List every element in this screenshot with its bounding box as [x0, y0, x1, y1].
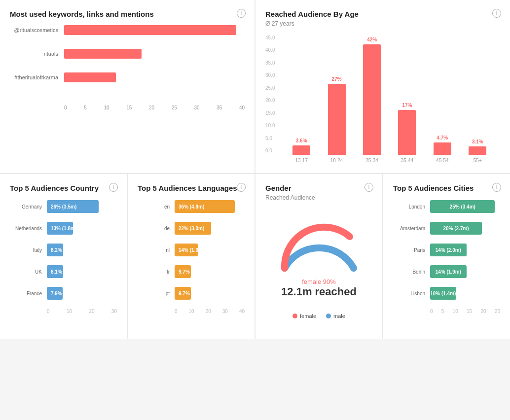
- gender-title: Gender: [265, 184, 372, 192]
- keyword-bar-wrap: [64, 25, 245, 35]
- x-axis-label: 20: [480, 309, 486, 314]
- country-bar: 13% (1.8m): [47, 222, 73, 235]
- language-bar: 22% (3.0m): [175, 222, 211, 235]
- x-axis-label: 5: [84, 105, 87, 110]
- country-panel: Top 5 Audiences Country i Germany 26% (3…: [0, 174, 127, 339]
- age-panel: Reached Audience By Age Ø 27 years i 45.…: [255, 0, 510, 173]
- y-axis-label: 45.0: [265, 35, 275, 40]
- legend-male: male: [326, 313, 345, 319]
- cities-title: Top 5 Audiences Cities: [393, 184, 500, 192]
- city-label: Lisbon: [393, 291, 430, 296]
- x-axis-label: 40: [239, 309, 245, 314]
- male-label: male: [333, 313, 345, 319]
- keyword-row: rituals: [10, 49, 245, 59]
- city-label: Amsterdam: [393, 226, 430, 231]
- city-row: London 25% (3.4m): [393, 200, 500, 213]
- age-bar-name: 45-54: [436, 158, 449, 163]
- country-bar-wrap: 8.1% (1.1m): [47, 265, 117, 278]
- country-row: France 7.9% (1.0m): [10, 287, 117, 300]
- country-row: UK 8.1% (1.1m): [10, 265, 117, 278]
- country-bar-wrap: 7.9% (1.0m): [47, 287, 117, 300]
- y-axis-label: 25.0: [265, 85, 275, 91]
- languages-info-icon[interactable]: i: [237, 183, 246, 192]
- city-row: Paris 14% (2.0m): [393, 244, 500, 256]
- female-label: female: [300, 313, 316, 319]
- keyword-bar-wrap: [64, 49, 245, 59]
- age-bar-name: 13-17: [295, 158, 308, 163]
- language-label: nl: [138, 247, 175, 253]
- languages-panel: Top 5 Audiences Languages i en 36% (4.8m…: [128, 174, 255, 339]
- x-axis-label: 10: [453, 309, 458, 314]
- legend-female: female: [292, 313, 316, 319]
- language-label: en: [138, 204, 175, 210]
- keyword-bar: [64, 49, 142, 59]
- language-bar: 36% (4.8m): [175, 200, 235, 213]
- keywords-x-axis: 0510152025303540: [10, 105, 245, 110]
- y-axis-label: 20.0: [265, 98, 275, 103]
- country-label: UK: [10, 269, 47, 275]
- x-axis-label: 30: [222, 309, 228, 314]
- city-bar-wrap: 14% (1.9m): [430, 265, 500, 278]
- x-axis-label: 0: [64, 105, 67, 110]
- age-bar-name: 35-44: [401, 158, 414, 163]
- age-title: Reached Audience By Age: [265, 10, 500, 18]
- keyword-bar-wrap: [64, 72, 245, 82]
- gender-info-icon[interactable]: i: [364, 183, 373, 192]
- x-axis-label: 40: [239, 105, 245, 110]
- language-bar: 14% (1.9m): [175, 244, 198, 256]
- languages-x-axis: 010203040: [138, 309, 245, 314]
- language-bar-wrap: 9.7% (1.3m): [175, 265, 245, 278]
- keyword-label: rituals: [10, 51, 64, 57]
- country-bar: 8.1% (1.1m): [47, 265, 63, 278]
- y-axis-label: 10.0: [265, 123, 275, 128]
- age-chart-area: 3.6% 13-17 27% 18-24 42% 25-34 17% 35-44…: [279, 35, 500, 163]
- gender-reached: 12.1m reached: [281, 285, 357, 298]
- x-axis-label: 0: [430, 309, 433, 314]
- country-row: Netherlands 13% (1.8m): [10, 222, 117, 235]
- keyword-row: #theritualofrkarma: [10, 72, 245, 82]
- gender-legend: female male: [292, 313, 345, 319]
- city-bar: 10% (1.4m): [430, 287, 456, 300]
- country-bar: 26% (3.5m): [47, 200, 99, 213]
- cities-panel: Top 5 Audiences Cities i London 25% (3.4…: [383, 174, 510, 339]
- x-axis-label: 0: [175, 309, 178, 314]
- cities-info-icon[interactable]: i: [492, 183, 501, 192]
- city-row: Amsterdam 20% (2.7m): [393, 222, 500, 235]
- x-axis-label: 20: [206, 309, 211, 314]
- y-axis-label: 35.0: [265, 60, 275, 66]
- x-axis-label: 10: [104, 105, 109, 110]
- city-row: Berlin 14% (1.9m): [393, 265, 500, 278]
- gender-labels: female 90% 12.1m reached: [281, 278, 357, 298]
- x-axis-label: 20: [149, 105, 154, 110]
- gender-chart: female 90% 12.1m reached female male: [265, 209, 372, 329]
- gender-panel: Gender Reached Audience i female 90% 12.…: [255, 174, 382, 339]
- city-bar-wrap: 14% (2.0m): [430, 244, 500, 256]
- country-bar-wrap: 13% (1.8m): [47, 222, 117, 235]
- city-bar: 20% (2.7m): [430, 222, 482, 235]
- country-info-icon[interactable]: i: [109, 183, 118, 192]
- country-label: Netherlands: [10, 226, 47, 231]
- male-dot: [326, 314, 331, 318]
- cities-chart: London 25% (3.4m) Amsterdam 20% (2.7m) P…: [393, 200, 500, 300]
- female-dot: [292, 314, 297, 318]
- keywords-info-icon[interactable]: i: [237, 9, 246, 18]
- language-row: fr 9.7% (1.3m): [138, 265, 245, 278]
- y-axis-label: 40.0: [265, 47, 275, 53]
- languages-chart: en 36% (4.8m) de 22% (3.0m) nl 14% (1.9m…: [138, 200, 245, 300]
- country-bar-wrap: 8.2% (1.1m): [47, 244, 117, 256]
- age-info-icon[interactable]: i: [492, 9, 501, 18]
- city-row: Lisbon 10% (1.4m): [393, 287, 500, 300]
- keyword-row: @ritualscosmetics: [10, 25, 245, 35]
- age-y-axis: 45.040.035.030.025.020.015.010.05.00.0: [265, 35, 279, 163]
- keywords-chart: @ritualscosmetics rituals #theritualofrk…: [10, 20, 245, 101]
- language-row: pt 9.7% (1.3m): [138, 287, 245, 300]
- age-gridlines: [279, 35, 500, 153]
- x-axis-label: 30: [111, 309, 117, 314]
- gender-arc-svg: [270, 219, 368, 278]
- country-title: Top 5 Audiences Country: [10, 184, 117, 192]
- x-axis-label: 5: [441, 309, 444, 314]
- languages-title: Top 5 Audiences Languages: [138, 184, 245, 192]
- language-bar: 9.7% (1.3m): [175, 287, 191, 300]
- country-label: France: [10, 291, 47, 296]
- language-label: fr: [138, 269, 175, 275]
